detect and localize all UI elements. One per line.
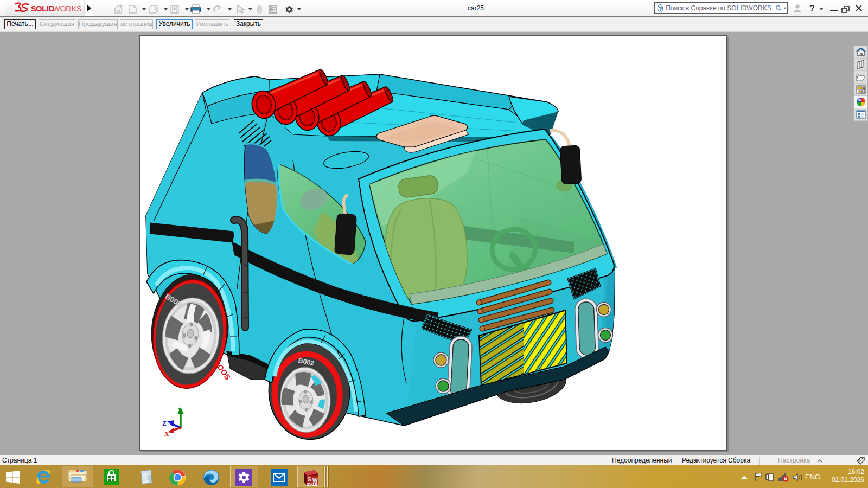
svg-text:?: ? — [809, 4, 815, 13]
svg-text:SOLID: SOLID — [31, 4, 54, 13]
svg-text:2018: 2018 — [307, 481, 317, 486]
svg-text:Z: Z — [162, 420, 167, 427]
svg-text:X: X — [164, 430, 169, 438]
svg-text:WORKS: WORKS — [53, 4, 81, 13]
svg-text:Y: Y — [177, 406, 182, 414]
